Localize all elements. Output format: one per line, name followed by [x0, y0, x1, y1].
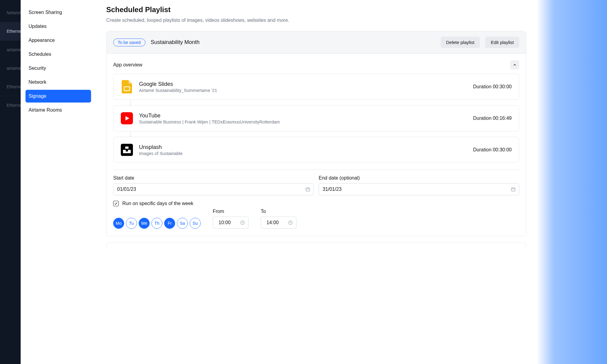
next-panel-peek [106, 242, 526, 248]
run-specific-days-checkbox[interactable] [113, 201, 119, 206]
svg-rect-4 [125, 147, 129, 149]
sidebar-item-updates[interactable]: Updates [25, 20, 91, 33]
playlist-item-desc: Airtame Sustainability_Summertame '21 [139, 88, 467, 93]
playlist-item-title: Google Slides [139, 81, 467, 87]
playlist-name: Sustainability Month [151, 39, 435, 46]
sidebar-item-airtame-rooms[interactable]: Airtame Rooms [25, 104, 91, 116]
day-we[interactable]: We [139, 218, 150, 229]
day-th[interactable]: Th [151, 218, 162, 229]
app-overview-label: App overview [113, 62, 510, 68]
chevron-up-icon [513, 63, 517, 67]
sidebar-item-screen-sharing[interactable]: Screen Sharing [25, 6, 91, 19]
checkmark-icon [114, 202, 118, 205]
day-fr[interactable]: Fr [164, 218, 175, 229]
collapse-toggle[interactable] [510, 60, 519, 69]
playlist-item[interactable]: YouTube Sustainable Business | Frank Wij… [113, 105, 519, 131]
sidebar-item-network[interactable]: Network [25, 76, 91, 89]
start-date-label: Start date [113, 175, 314, 181]
svg-rect-3 [121, 144, 133, 156]
playlist-item[interactable]: Google Slides Airtame Sustainability_Sum… [113, 74, 519, 100]
playlist-header: To be saved Sustainability Month Delete … [107, 31, 526, 54]
run-specific-days-label: Run on specific days of the week [122, 201, 193, 206]
day-mo[interactable]: Mo [113, 218, 124, 229]
drag-handle-icon[interactable]: ⋮ [128, 100, 133, 105]
playlist-item-desc: Sustainable Business | Frank Wijen | TED… [139, 120, 467, 124]
background-gradient [537, 0, 607, 364]
sidebar-item-appearance[interactable]: Appearance [25, 34, 91, 47]
day-selector: Mo Tu We Th Fr Sa Su [113, 210, 201, 229]
rail-item[interactable]: Ethernet [0, 96, 21, 115]
playlist-item-duration: Duration 00:30:00 [473, 84, 512, 89]
end-date-label: End date (optional) [319, 175, 519, 181]
sidebar-item-security[interactable]: Security [25, 62, 91, 75]
playlist-item-duration: Duration 00:30:00 [473, 147, 512, 153]
unsplash-icon [121, 144, 133, 156]
page-subtitle: Create scheduled, looped playlists of im… [106, 18, 526, 23]
end-date-input[interactable] [319, 183, 519, 195]
settings-sidebar: Screen Sharing Updates Appearance Schedu… [21, 0, 96, 364]
youtube-icon [121, 112, 133, 124]
sidebar-item-signage[interactable]: Signage [25, 90, 91, 103]
playlist-item-title: Unsplash [139, 144, 467, 150]
drag-handle-icon[interactable]: ⋮ [128, 131, 133, 137]
playlist-panel: To be saved Sustainability Month Delete … [106, 31, 526, 236]
rail-item[interactable]: Ethernet [0, 22, 21, 41]
day-su[interactable]: Su [190, 218, 201, 229]
delete-playlist-button[interactable]: Delete playlist [441, 37, 480, 48]
sidebar-item-schedules[interactable]: Schedules [25, 48, 91, 61]
from-time-label: From [213, 209, 249, 214]
rail-item[interactable]: airtame [0, 59, 21, 78]
day-tu[interactable]: Tu [126, 218, 137, 229]
rail-item[interactable]: Network [0, 4, 21, 22]
playlist-item-title: YouTube [139, 113, 467, 119]
from-time-input[interactable] [213, 217, 249, 229]
start-date-input[interactable] [113, 183, 314, 195]
day-sa[interactable]: Sa [177, 218, 188, 229]
rail-item[interactable]: Ethernet [0, 78, 21, 96]
status-badge: To be saved [113, 39, 145, 46]
main-content: Scheduled Playlist Create scheduled, loo… [96, 0, 537, 364]
page-title: Scheduled Playlist [106, 5, 526, 14]
device-rail: Network Ethernet airtame airtame Etherne… [0, 0, 21, 364]
playlist-item-duration: Duration 00:16:49 [473, 116, 512, 121]
to-time-label: To [261, 209, 297, 214]
edit-playlist-button[interactable]: Edit playlist [485, 37, 519, 48]
google-slides-icon [121, 81, 133, 93]
rail-item[interactable]: airtame [0, 41, 21, 59]
playlist-item-desc: Images of Sustainable [139, 151, 467, 156]
to-time-input[interactable] [261, 217, 297, 229]
playlist-item[interactable]: Unsplash Images of Sustainable Duration … [113, 137, 519, 163]
